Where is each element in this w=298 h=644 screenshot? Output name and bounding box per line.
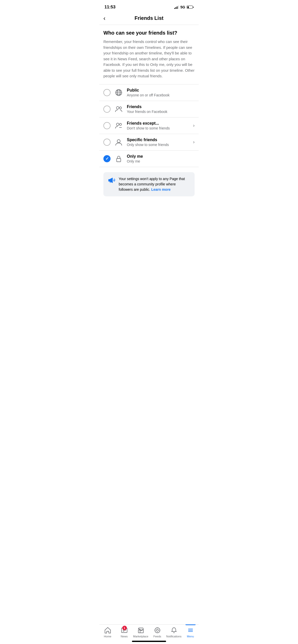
learn-more-link[interactable]: Learn more <box>151 187 171 192</box>
option-public-label: Public <box>127 88 195 93</box>
main-content: Who can see your friends list? Remember,… <box>99 25 199 207</box>
option-friends-sublabel: Your friends on Facebook <box>127 110 195 114</box>
option-friends-label: Friends <box>127 105 195 109</box>
battery-icon <box>187 6 194 9</box>
option-public-sublabel: Anyone on or off Facebook <box>127 93 195 97</box>
option-public-text: Public Anyone on or off Facebook <box>127 88 195 97</box>
info-box: Your settings won't apply to any Page th… <box>103 172 195 196</box>
svg-point-5 <box>116 107 119 109</box>
svg-point-7 <box>116 123 119 126</box>
option-friends-text: Friends Your friends on Facebook <box>127 105 195 114</box>
friends-minus-icon <box>114 121 123 130</box>
radio-friends-except[interactable]: ✓ <box>103 122 111 129</box>
megaphone-icon <box>107 176 116 186</box>
svg-point-10 <box>117 140 120 143</box>
option-friends[interactable]: ✓ Friends Your friends on Facebook <box>99 101 199 118</box>
svg-point-6 <box>119 107 121 109</box>
info-text: Your settings won't apply to any Page th… <box>119 176 191 192</box>
page-title: Friends List <box>134 15 163 21</box>
back-button[interactable]: ‹ <box>103 15 105 22</box>
radio-friends[interactable]: ✓ <box>103 106 111 113</box>
signal-bars-icon <box>174 5 179 9</box>
option-only-me[interactable]: ✓ Only me Only me <box>99 151 199 167</box>
network-label: 5G <box>180 5 185 9</box>
option-only-me-sublabel: Only me <box>127 159 195 163</box>
option-only-me-label: Only me <box>127 154 195 159</box>
radio-specific-friends[interactable]: ✓ <box>103 139 111 146</box>
lock-icon <box>114 154 123 163</box>
radio-only-me[interactable]: ✓ <box>103 155 111 162</box>
chevron-right-icon-2: › <box>193 139 195 145</box>
options-list: ✓ Public Anyone on or off Facebook ✓ <box>99 84 199 167</box>
option-specific-friends[interactable]: ✓ Specific friends Only show to some fri… <box>99 134 199 151</box>
radio-public[interactable]: ✓ <box>103 89 111 96</box>
option-friends-except[interactable]: ✓ Friends except... Don't show to some f… <box>99 118 199 134</box>
option-friends-except-sublabel: Don't show to some friends <box>127 126 193 130</box>
section-description: Remember, your friends control who can s… <box>103 39 195 79</box>
page-header: ‹ Friends List <box>99 13 199 25</box>
globe-icon <box>114 88 123 97</box>
option-friends-except-label: Friends except... <box>127 121 193 126</box>
option-public[interactable]: ✓ Public Anyone on or off Facebook <box>99 84 199 101</box>
svg-rect-11 <box>117 158 121 162</box>
status-time: 11:53 <box>104 5 115 10</box>
status-icons: 5G <box>174 5 194 9</box>
option-friends-except-text: Friends except... Don't show to some fri… <box>127 121 193 130</box>
friends-icon <box>114 105 123 114</box>
section-title: Who can see your friends list? <box>103 30 195 36</box>
option-specific-friends-text: Specific friends Only show to some frien… <box>127 138 193 147</box>
specific-person-icon <box>114 138 123 147</box>
chevron-right-icon: › <box>193 123 195 128</box>
svg-point-8 <box>119 123 121 125</box>
option-only-me-text: Only me Only me <box>127 154 195 163</box>
option-specific-friends-label: Specific friends <box>127 138 193 142</box>
status-bar: 11:53 5G <box>99 0 199 13</box>
option-specific-friends-sublabel: Only show to some friends <box>127 143 193 147</box>
